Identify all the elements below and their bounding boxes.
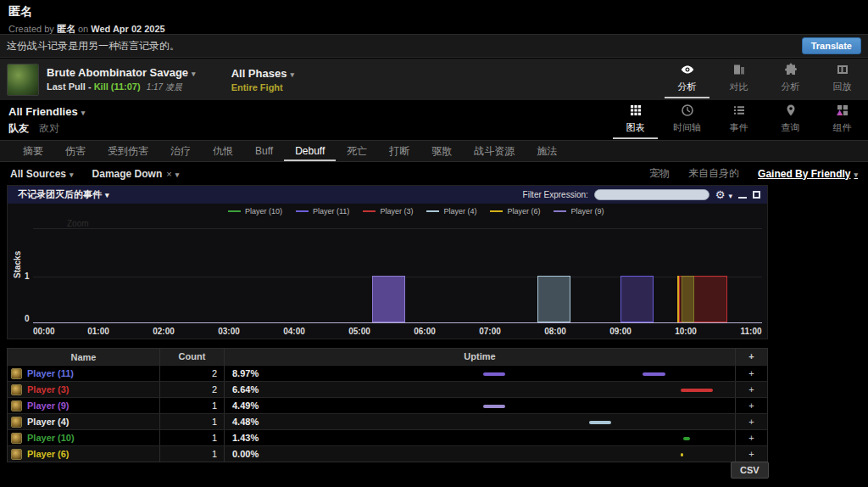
expand-row-button[interactable]: + bbox=[736, 382, 767, 397]
components-icon bbox=[836, 104, 849, 117]
uptime-segment bbox=[683, 437, 690, 440]
gained-by-friendly-dropdown[interactable]: Gained By Friendly▾ bbox=[758, 168, 858, 180]
primary-nav-puzzle[interactable]: 分析 bbox=[765, 61, 816, 98]
table-row[interactable]: Player (4)14.48%+ bbox=[8, 413, 767, 429]
cell-count: 1 bbox=[160, 430, 225, 445]
player-name-link[interactable]: Player (10) bbox=[27, 433, 75, 443]
secondary-nav-list[interactable]: 事件 bbox=[713, 102, 765, 139]
friendlies-tab-active[interactable]: 队友 bbox=[8, 122, 29, 134]
cell-name: Player (4) bbox=[8, 414, 160, 429]
nav-label: 回放 bbox=[816, 81, 868, 93]
primary-nav-compare[interactable]: 对比 bbox=[713, 61, 765, 98]
secondary-nav-grid[interactable]: 图表 bbox=[609, 102, 661, 139]
friendlies-selector[interactable]: All Friendlies▾ bbox=[8, 105, 85, 118]
expand-row-button[interactable]: + bbox=[736, 414, 767, 429]
expand-row-button[interactable]: + bbox=[736, 398, 767, 413]
table-row[interactable]: Player (6)10.00%+ bbox=[8, 445, 767, 462]
tab-受到伤害[interactable]: 受到伤害 bbox=[97, 141, 159, 161]
nav-label: 对比 bbox=[713, 81, 765, 93]
player-name-link[interactable]: Player (11) bbox=[27, 368, 74, 378]
tab-打断[interactable]: 打断 bbox=[378, 141, 420, 161]
maximize-icon[interactable] bbox=[753, 191, 760, 199]
y-tick-1: 1 bbox=[25, 271, 33, 281]
player-name-link[interactable]: Player (6) bbox=[27, 449, 70, 459]
tab-战斗资源[interactable]: 战斗资源 bbox=[463, 141, 526, 161]
tab-死亡[interactable]: 死亡 bbox=[336, 141, 378, 161]
translate-button[interactable]: Translate bbox=[802, 37, 861, 54]
job-icon bbox=[11, 433, 22, 444]
puzzle-icon bbox=[784, 63, 798, 76]
fight-start-time: 1:17 凌晨 bbox=[147, 82, 182, 92]
secondary-nav-components[interactable]: 组件 bbox=[816, 102, 868, 139]
expand-row-button[interactable]: + bbox=[736, 430, 767, 445]
player-name-link[interactable]: Player (9) bbox=[27, 400, 70, 411]
job-icon bbox=[11, 417, 22, 428]
table-row[interactable]: Player (3)26.64%+ bbox=[8, 381, 767, 397]
fflogs-report-page: 匿名 Created by 匿名 on Wed Apr 02 2025 这份战斗… bbox=[0, 0, 868, 487]
x-tick-label: 10:00 bbox=[675, 327, 697, 336]
fight-selector[interactable]: Brute Abombinator Savage▾ bbox=[47, 66, 196, 79]
secondary-nav: 图表时间轴事件查询组件 bbox=[609, 102, 868, 139]
expand-row-button[interactable]: + bbox=[736, 366, 767, 381]
from-self-toggle[interactable]: 来自自身的 bbox=[688, 166, 739, 181]
uptime-percent: 6.64% bbox=[232, 384, 259, 395]
table-row[interactable]: Player (10)11.43%+ bbox=[8, 429, 767, 445]
filter-left-group: All Sources▾ Damage Down×▾ bbox=[10, 168, 179, 180]
cell-count: 1 bbox=[160, 414, 225, 429]
fight-subline: Last Pull - Kill (11:07) 1:17 凌晨 bbox=[47, 81, 196, 93]
chart-panel: 不记录团灭后的事件▾ Filter Expression: ⚙▾ Player … bbox=[7, 185, 768, 339]
wipe-events-dropdown[interactable]: 不记录团灭后的事件▾ bbox=[18, 188, 109, 201]
fight-info: Brute Abombinator Savage▾ Last Pull - Ki… bbox=[47, 66, 196, 93]
report-title: 匿名 bbox=[8, 4, 165, 20]
sources-filter[interactable]: All Sources▾ bbox=[10, 168, 74, 180]
table-row[interactable]: Player (9)14.49%+ bbox=[8, 397, 767, 413]
filter-expression-input[interactable] bbox=[594, 189, 709, 200]
cell-count: 1 bbox=[160, 398, 225, 413]
tab-Buff[interactable]: Buff bbox=[244, 141, 284, 161]
table-row[interactable]: Player (11)28.97%+ bbox=[8, 365, 767, 381]
tab-驱散[interactable]: 驱散 bbox=[420, 141, 463, 161]
friendlies-tab-inactive[interactable]: 敌对 bbox=[39, 122, 59, 134]
tab-仇恨[interactable]: 仇恨 bbox=[202, 141, 244, 161]
expand-row-button[interactable]: + bbox=[736, 446, 767, 462]
cell-name: Player (11) bbox=[8, 366, 160, 381]
created-date: Wed Apr 02 2025 bbox=[91, 24, 164, 34]
filter-expression-label: Filter Expression: bbox=[523, 190, 588, 199]
header-uptime: Uptime bbox=[225, 349, 736, 365]
gear-icon[interactable]: ⚙▾ bbox=[715, 188, 732, 201]
pull-label: Last Pull - bbox=[47, 81, 92, 92]
header-plus[interactable]: + bbox=[736, 349, 767, 365]
csv-export-button[interactable]: CSV bbox=[731, 462, 769, 479]
pets-toggle[interactable]: 宠物 bbox=[649, 166, 670, 181]
tab-伤害[interactable]: 伤害 bbox=[54, 141, 97, 161]
secondary-nav-clock[interactable]: 时间轴 bbox=[661, 102, 713, 139]
chart-plot-area[interactable]: Stacks 1 0 bbox=[33, 204, 762, 323]
active-underline bbox=[665, 137, 709, 139]
ability-filter[interactable]: Damage Down×▾ bbox=[92, 168, 180, 180]
player-name-link[interactable]: Player (3) bbox=[27, 384, 70, 395]
metric-tab-bar: 摘要伤害受到伤害治疗仇恨BuffDebuff死亡打断驱散战斗资源施法 bbox=[0, 140, 868, 162]
primary-nav-replay[interactable]: 回放 bbox=[816, 61, 868, 98]
phase-selected: Entire Fight bbox=[231, 82, 294, 92]
created-author: 匿名 bbox=[57, 24, 75, 34]
eye-icon bbox=[681, 63, 694, 76]
close-icon[interactable]: × bbox=[166, 169, 171, 179]
phase-block: All Phases▾ Entire Fight bbox=[231, 67, 294, 92]
primary-nav-eye[interactable]: 分析 bbox=[661, 61, 713, 98]
tab-施法[interactable]: 施法 bbox=[526, 141, 568, 161]
phase-selector[interactable]: All Phases▾ bbox=[231, 67, 294, 80]
player-name-link[interactable]: Player (4) bbox=[27, 417, 70, 427]
minimize-icon[interactable] bbox=[738, 197, 747, 199]
tab-Debuff[interactable]: Debuff bbox=[284, 141, 336, 161]
friendlies-block: All Friendlies▾ 队友敌对 bbox=[8, 105, 85, 136]
sources-filter-label: All Sources bbox=[10, 168, 66, 180]
fight-bar: Brute Abombinator Savage▾ Last Pull - Ki… bbox=[0, 59, 868, 100]
cell-uptime: 6.64% bbox=[225, 382, 736, 397]
active-underline bbox=[716, 137, 761, 139]
uptime-segment bbox=[681, 453, 683, 456]
tab-摘要[interactable]: 摘要 bbox=[12, 141, 54, 161]
tab-治疗[interactable]: 治疗 bbox=[159, 141, 202, 161]
header-count: Count bbox=[160, 349, 225, 365]
secondary-nav-pin[interactable]: 查询 bbox=[765, 102, 816, 139]
uptime-percent: 8.97% bbox=[232, 368, 259, 378]
